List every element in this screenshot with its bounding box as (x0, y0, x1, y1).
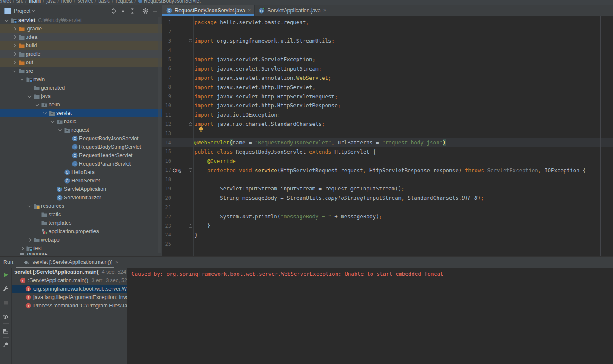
tree-item-java[interactable]: java (0, 92, 162, 101)
tree-item-main[interactable]: main (0, 75, 162, 84)
editor-tab-servletapplication-java[interactable]: CServletApplication.java× (255, 5, 330, 16)
run-tree-row-2[interactable]: !:ServletApplication.main()3 err3 sec, 5… (12, 276, 127, 285)
chevron-down-icon[interactable] (58, 128, 62, 131)
chevron-down-icon[interactable] (51, 120, 54, 123)
tree-item-gitignore[interactable]: .gitignore (0, 253, 162, 255)
tree-item-out[interactable]: out (0, 58, 162, 67)
tree-item-hello[interactable]: hello (0, 101, 162, 109)
run-console[interactable]: Caused by: org.springframework.boot.web.… (127, 268, 613, 364)
code-text[interactable]: import java.nio.charset.StandardCharsets… (193, 121, 325, 127)
close-icon[interactable]: × (323, 8, 327, 13)
code-text[interactable]: @Override (193, 158, 236, 164)
breadcrumb-item-class[interactable]: RequestBodyJsonServlet (144, 0, 201, 4)
breadcrumb-item-servlet[interactable]: servlet (77, 0, 92, 4)
code-text[interactable]: import org.springframework.util.StreamUt… (193, 38, 334, 44)
breadcrumb-item-servlet[interactable]: servlet (0, 0, 11, 4)
code-text[interactable]: import java.io.IOException; (193, 111, 280, 118)
code-text[interactable]: import javax.servlet.http.HttpServlet; (193, 84, 315, 90)
code-text[interactable]: System.out.println("messageBody = " + me… (193, 213, 382, 220)
code-text[interactable]: } (193, 223, 211, 229)
tree-item-webapp[interactable]: webapp (0, 236, 162, 244)
code-text[interactable]: import javax.servlet.annotation.WebServl… (193, 75, 331, 81)
code-text[interactable]: public class RequestBodyJsonServlet exte… (193, 149, 376, 155)
chevron-right-icon[interactable] (13, 35, 16, 39)
stop-icon[interactable] (1, 298, 11, 307)
tree-item-test[interactable]: test (0, 244, 162, 253)
code-text[interactable]: @WebServlet(name = "RequestBodyJsonServl… (193, 139, 446, 146)
filter-icon[interactable] (1, 312, 11, 321)
intention-bulb-icon[interactable] (198, 126, 203, 134)
tree-item-hellodata[interactable]: CHelloData (0, 168, 162, 177)
tree-item-templates[interactable]: templates (0, 219, 162, 227)
code-text[interactable]: protected void service(HttpServletReques… (193, 167, 586, 174)
code-text[interactable]: import javax.servlet.http.HttpServletRes… (193, 102, 341, 109)
run-tab[interactable]: servlet [:ServletApplication.main()] × (20, 257, 121, 268)
tree-item-application-properties[interactable]: application.properties (0, 227, 162, 236)
code-text[interactable]: package hello.servlet.basic.request; (193, 19, 309, 25)
layout-icon[interactable] (1, 326, 11, 335)
run-tree-row-1[interactable]: servlet [:ServletApplication.main(4 sec,… (12, 268, 127, 276)
chevron-right-icon[interactable] (13, 52, 16, 56)
tree-item-gradle[interactable]: .gradle (0, 24, 162, 33)
code-text[interactable]: } (193, 232, 198, 238)
expand-all-icon[interactable] (118, 7, 128, 15)
tree-item-idea[interactable]: .idea (0, 33, 162, 41)
code-text[interactable]: String messageBody = StreamUtils.copyToS… (193, 195, 484, 201)
chevron-down-icon[interactable] (32, 8, 35, 12)
breadcrumb-item-java[interactable]: java (46, 0, 55, 4)
pin-icon[interactable] (1, 340, 11, 349)
run-tree-row-4[interactable]: !java.lang.IllegalArgumentException: Inv… (12, 293, 127, 302)
code-text[interactable]: import javax.servlet.ServletInputStream; (193, 65, 322, 72)
chevron-right-icon[interactable] (13, 27, 16, 30)
chevron-down-icon[interactable] (13, 69, 16, 72)
tree-item-requestbodystringservlet[interactable]: CRequestBodyStringServlet (0, 143, 162, 151)
tree-item-resources[interactable]: resources (0, 202, 162, 210)
chevron-down-icon[interactable] (43, 111, 47, 114)
tree-item-src[interactable]: src (0, 67, 162, 75)
project-title[interactable]: Project (14, 8, 30, 14)
code-text[interactable]: import javax.servlet.http.HttpServletReq… (193, 93, 338, 100)
breadcrumb-item-request[interactable]: request (116, 0, 133, 4)
rerun-icon[interactable] (1, 270, 11, 280)
tree-item-build[interactable]: build (0, 41, 162, 50)
tree-item-requestbodyjsonservlet[interactable]: CRequestBodyJsonServlet (0, 134, 162, 143)
chevron-right-icon[interactable] (28, 238, 31, 242)
code-editor[interactable]: 1package hello.servlet.basic.request;23i… (162, 16, 613, 256)
run-tree-row-3[interactable]: !org.springframework.boot.web.server.Web… (12, 285, 127, 293)
tree-item-gradle[interactable]: gradle (0, 50, 162, 58)
settings-icon[interactable] (141, 7, 150, 15)
chevron-down-icon[interactable] (20, 77, 24, 81)
hide-icon[interactable] (150, 7, 159, 15)
tree-item-servletapplication[interactable]: CServletApplication (0, 185, 162, 193)
editor-tab-requestbodyjsonservlet-java[interactable]: CRequestBodyJsonServlet.java× (162, 5, 255, 16)
tree-item-servlet[interactable]: servlet (0, 109, 162, 117)
breadcrumb-item-src[interactable]: src (16, 0, 23, 4)
locate-icon[interactable] (109, 7, 118, 15)
code-text[interactable]: import javax.servlet.ServletException; (193, 56, 315, 62)
settings-icon[interactable] (1, 284, 11, 293)
close-icon[interactable]: × (248, 8, 251, 13)
code-text[interactable]: ServletInputStream inputStream = request… (193, 185, 405, 192)
chevron-right-icon[interactable] (13, 61, 16, 64)
collapse-all-icon[interactable] (128, 7, 137, 15)
tree-item-static[interactable]: static (0, 210, 162, 219)
chevron-down-icon[interactable] (36, 103, 39, 106)
run-tree-row-5[interactable]: !Process 'command 'C:/Program Files/Java… (12, 302, 127, 310)
tree-item-request[interactable]: request (0, 126, 162, 134)
tree-item-servlet[interactable]: servletC:₩study₩servlet (0, 16, 162, 24)
breadcrumb-item-main[interactable]: main (29, 0, 41, 4)
tree-item-helloservlet[interactable]: CHelloServlet (0, 177, 162, 185)
chevron-down-icon[interactable] (28, 204, 31, 207)
tree-item-generated[interactable]: generated (0, 84, 162, 92)
chevron-down-icon[interactable] (28, 94, 31, 98)
tree-item-servletinitializer[interactable]: CServletInitializer (0, 193, 162, 202)
project-scrollbar[interactable] (158, 17, 161, 253)
breadcrumb-item-basic[interactable]: basic (98, 0, 110, 4)
chevron-right-icon[interactable] (13, 44, 16, 47)
tree-item-requestheaderservlet[interactable]: CRequestHeaderServlet (0, 151, 162, 160)
chevron-right-icon[interactable] (20, 247, 24, 250)
tree-item-basic[interactable]: basic (0, 117, 162, 126)
chevron-down-icon[interactable] (5, 18, 8, 22)
breadcrumb-item-hello[interactable]: hello (61, 0, 72, 4)
tree-item-requestparamservlet[interactable]: CRequestParamServlet (0, 160, 162, 168)
